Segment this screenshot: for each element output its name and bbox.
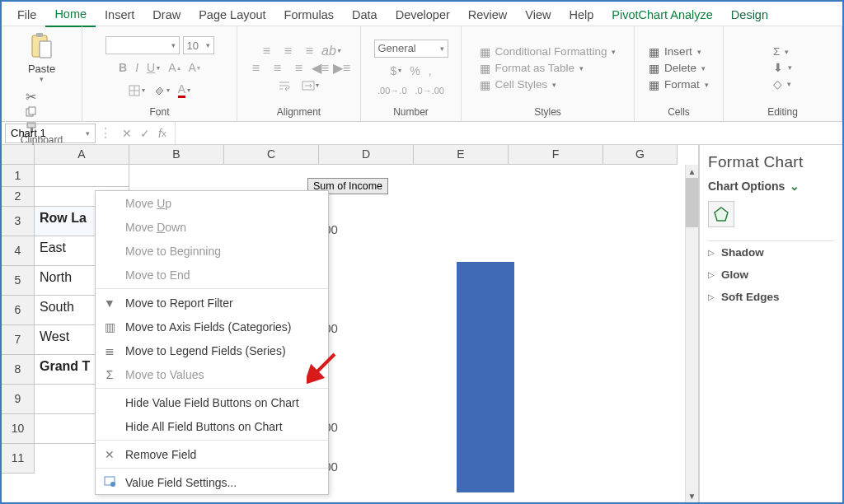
comma-button[interactable]: ,: [424, 63, 436, 79]
ctx-move-report-filter[interactable]: ▼Move to Report Filter: [96, 291, 328, 315]
tab-formulas[interactable]: Formulas: [275, 5, 343, 26]
paste-label: Paste: [28, 63, 55, 75]
orientation-button[interactable]: ab▾: [322, 44, 340, 58]
row-header-7[interactable]: 7: [2, 325, 35, 355]
tab-insert[interactable]: Insert: [96, 5, 143, 26]
pivot-chart[interactable]: 00,000 00,000 00,000 00,000: [300, 196, 663, 484]
glow-section[interactable]: ▷Glow: [708, 264, 834, 286]
cell-styles-button[interactable]: ▦Cell Styles▾: [478, 77, 559, 92]
italic-button[interactable]: I: [131, 59, 143, 76]
tab-pagelayout[interactable]: Page Layout: [190, 5, 274, 26]
font-size-combo[interactable]: 10▾: [183, 36, 214, 54]
align-bottom-button[interactable]: ≡: [301, 44, 319, 58]
ctx-move-legend-fields[interactable]: ≣Move to Legend Fields (Series): [96, 338, 328, 362]
svg-rect-2: [40, 41, 51, 58]
currency-button[interactable]: $▾: [386, 63, 406, 79]
align-middle-button[interactable]: ≡: [279, 44, 298, 58]
name-box[interactable]: Chart 1▾: [5, 124, 96, 143]
tab-help[interactable]: Help: [560, 5, 603, 26]
formula-input[interactable]: [175, 122, 842, 144]
ctx-remove-field[interactable]: ✕Remove Field: [96, 442, 328, 466]
tab-file[interactable]: File: [8, 5, 45, 26]
borders-button[interactable]: ▾: [124, 81, 149, 100]
tab-review[interactable]: Review: [459, 5, 517, 26]
align-right-button[interactable]: ≡: [290, 61, 308, 76]
font-name-combo[interactable]: ▾: [106, 36, 180, 54]
select-all-corner[interactable]: [2, 145, 35, 164]
number-format-combo[interactable]: General▾: [374, 40, 448, 58]
increase-indent-button[interactable]: ▶≡: [333, 61, 351, 76]
sigma-icon: Σ: [102, 368, 117, 381]
row-header-11[interactable]: 11: [2, 444, 35, 474]
row-header-1[interactable]: 1: [2, 165, 35, 187]
tab-draw[interactable]: Draw: [143, 5, 190, 26]
fill-button[interactable]: ⬇▾: [771, 60, 794, 75]
tab-home[interactable]: Home: [45, 4, 96, 27]
row-header-8[interactable]: 8: [2, 355, 35, 385]
tab-design[interactable]: Design: [722, 5, 777, 26]
align-top-button[interactable]: ≡: [258, 44, 276, 58]
align-left-button[interactable]: ≡: [247, 61, 265, 76]
decrease-indent-button[interactable]: ◀≡: [312, 61, 330, 76]
font-color-button[interactable]: A▾: [174, 81, 195, 100]
tab-pivotchart-analyze[interactable]: PivotChart Analyze: [603, 5, 722, 26]
col-header-c[interactable]: C: [224, 145, 319, 164]
increase-font-button[interactable]: A▴: [164, 59, 184, 76]
wrap-text-button[interactable]: [275, 78, 295, 93]
cell-a1[interactable]: [35, 165, 129, 187]
scroll-thumb[interactable]: [686, 178, 698, 227]
vertical-scrollbar[interactable]: ▲ ▼: [685, 165, 698, 502]
effects-tab-icon[interactable]: [708, 201, 734, 227]
ctx-value-field-settings[interactable]: Value Field Settings...: [96, 470, 328, 494]
ribbon-label-number: Number: [393, 106, 429, 119]
scroll-up-button[interactable]: ▲: [686, 165, 698, 178]
row-header-5[interactable]: 5: [2, 266, 35, 296]
col-header-g[interactable]: G: [603, 145, 678, 164]
merge-button[interactable]: ▾: [298, 78, 322, 93]
tab-view[interactable]: View: [516, 5, 560, 26]
col-header-e[interactable]: E: [414, 145, 509, 164]
row-header-4[interactable]: 4: [2, 236, 35, 266]
fx-icon[interactable]: fx: [158, 127, 166, 140]
shadow-section[interactable]: ▷Shadow: [708, 241, 834, 264]
row-header-2[interactable]: 2: [2, 187, 35, 207]
decrease-font-button[interactable]: A▾: [185, 59, 204, 76]
col-header-a[interactable]: A: [35, 145, 129, 164]
paste-button[interactable]: Paste ▾: [25, 30, 59, 85]
worksheet[interactable]: A B C D E F G 1 2 3 4 5 6 7 8 9 10 11 Ro…: [2, 145, 699, 504]
tab-data[interactable]: Data: [343, 5, 387, 26]
row-header-10[interactable]: 10: [2, 414, 35, 444]
format-as-table-button[interactable]: ▦Format as Table▾: [478, 61, 586, 76]
tab-developer[interactable]: Developer: [387, 5, 459, 26]
ctx-hide-value-field-buttons[interactable]: Hide Value Field Buttons on Chart: [96, 390, 328, 414]
col-header-f[interactable]: F: [509, 145, 603, 164]
underline-button[interactable]: U▾: [143, 59, 164, 76]
format-cells-button[interactable]: ▦Format▾: [647, 77, 710, 92]
chart-options-dropdown[interactable]: Chart Options⌄: [708, 180, 834, 193]
insert-cells-button[interactable]: ▦Insert▾: [647, 44, 703, 59]
col-header-d[interactable]: D: [319, 145, 414, 164]
row-header-9[interactable]: 9: [2, 385, 35, 414]
enter-formula-icon[interactable]: ✓: [140, 127, 150, 140]
cancel-formula-icon[interactable]: ✕: [122, 127, 132, 140]
svg-marker-14: [715, 208, 728, 221]
percent-button[interactable]: %: [406, 63, 424, 79]
bold-button[interactable]: B: [115, 59, 131, 76]
row-header-6[interactable]: 6: [2, 296, 35, 325]
increase-decimal-button[interactable]: .00→.0: [373, 84, 410, 97]
clear-button[interactable]: ◇▾: [771, 77, 793, 91]
fill-color-button[interactable]: ▾: [149, 81, 174, 100]
col-header-b[interactable]: B: [129, 145, 224, 164]
ctx-hide-all-field-buttons[interactable]: Hide All Field Buttons on Chart: [96, 414, 328, 438]
soft-edges-section[interactable]: ▷Soft Edges: [708, 286, 834, 308]
conditional-formatting-button[interactable]: ▦Conditional Formatting▾: [478, 44, 618, 59]
delete-cells-button[interactable]: ▦Delete▾: [647, 61, 707, 76]
cut-icon[interactable]: ✂: [25, 90, 38, 103]
autosum-button[interactable]: Σ▾: [771, 44, 790, 58]
ctx-move-axis-fields[interactable]: ▥Move to Axis Fields (Categories): [96, 315, 328, 338]
copy-icon[interactable]: [25, 105, 38, 119]
decrease-decimal-button[interactable]: .0→.00: [411, 84, 448, 97]
align-center-button[interactable]: ≡: [269, 61, 287, 76]
scroll-down-button[interactable]: ▼: [686, 489, 698, 502]
row-header-3[interactable]: 3: [2, 207, 35, 236]
